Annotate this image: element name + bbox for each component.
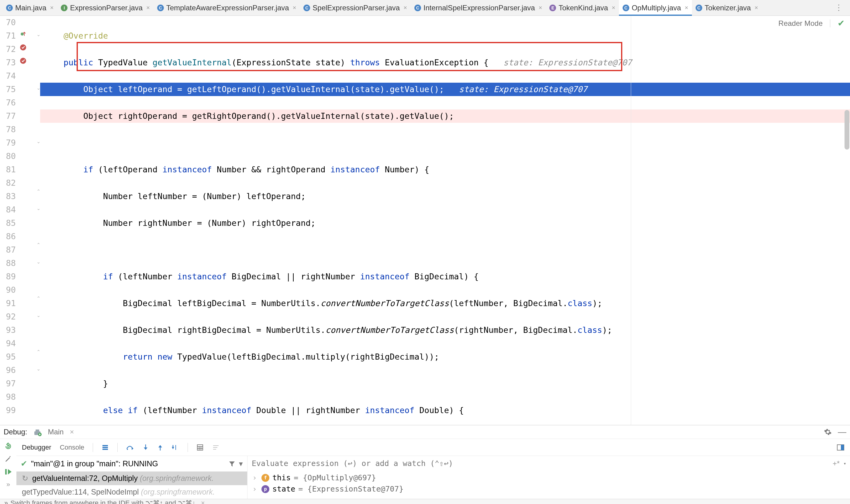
debug-config-name[interactable]: Main bbox=[48, 428, 64, 436]
tab-label: TemplateAwareExpressionParser.java bbox=[166, 4, 289, 12]
variable-row[interactable]: › f this = {OpMultiply@697} bbox=[250, 472, 848, 483]
tab-label: OpMultiply.java bbox=[632, 4, 681, 12]
run-config-icon bbox=[33, 428, 42, 436]
show-frames-icon[interactable] bbox=[102, 444, 109, 451]
tab-tokenkind[interactable]: ETokenKind.java× bbox=[546, 0, 619, 16]
resume-icon[interactable] bbox=[4, 468, 13, 476]
fold-up-icon[interactable]: ⌃ bbox=[36, 349, 40, 353]
tab-opmultiply[interactable]: COpMultiply.java× bbox=[619, 0, 692, 16]
status-bar: » Switch frames from anywhere in the IDE… bbox=[0, 499, 850, 504]
svg-rect-7 bbox=[103, 445, 108, 446]
close-icon[interactable]: × bbox=[403, 4, 407, 11]
debugger-tab[interactable]: Debugger bbox=[22, 444, 51, 451]
fold-up-icon[interactable]: ⌃ bbox=[36, 295, 40, 299]
tab-label: InternalSpelExpressionParser.java bbox=[423, 4, 535, 12]
tab-expressionparser[interactable]: IExpressionParser.java× bbox=[57, 0, 153, 16]
reader-mode-button[interactable]: Reader Mode bbox=[779, 19, 822, 28]
tab-internalspel[interactable]: CInternalSpelExpressionParser.java× bbox=[411, 0, 546, 16]
tab-label: SpelExpressionParser.java bbox=[312, 4, 400, 12]
fold-gutter: ⌄ ⌄ ⌄ ⌃ ⌄ ⌃ ⌄ ⌃ ⌄ ⌃ ⌄ bbox=[36, 16, 40, 425]
next-line: Object rightOperand = getRightOperand().… bbox=[40, 109, 850, 123]
modify-run-icon[interactable] bbox=[4, 455, 13, 463]
fold-down-icon[interactable]: ⌄ bbox=[36, 139, 40, 142]
dropdown-icon[interactable]: ▾ bbox=[239, 459, 243, 468]
restart-frame-icon[interactable]: ↻ bbox=[22, 474, 28, 482]
svg-rect-8 bbox=[103, 447, 108, 448]
tab-label: TokenKind.java bbox=[558, 4, 608, 12]
fold-down-icon[interactable]: ⌄ bbox=[36, 259, 40, 263]
evaluate-input[interactable] bbox=[252, 459, 828, 468]
param-icon: p bbox=[261, 485, 269, 493]
trace-icon[interactable] bbox=[212, 445, 219, 450]
fold-down-icon[interactable]: ⌄ bbox=[36, 85, 40, 89]
debug-toolbar: Debugger Console bbox=[16, 439, 850, 456]
inline-hint: state: ExpressionState@707 bbox=[444, 85, 587, 94]
status-text: Switch frames from anywhere in the IDE w… bbox=[10, 499, 196, 504]
run-to-cursor-icon[interactable] bbox=[172, 444, 179, 451]
frames-panel: ✔ "main"@1 in group "main": RUNNING ▾ ↻ … bbox=[16, 456, 248, 499]
annotation: @Override bbox=[64, 31, 108, 40]
close-icon[interactable]: × bbox=[539, 4, 542, 11]
rerun-icon[interactable] bbox=[4, 442, 13, 450]
step-over-icon[interactable] bbox=[126, 445, 134, 450]
code-area[interactable]: @Override public TypedValue getValueInte… bbox=[40, 16, 850, 425]
tabs-overflow-icon[interactable]: ⋮ bbox=[830, 3, 848, 13]
minimize-icon[interactable]: — bbox=[838, 427, 846, 437]
svg-rect-21 bbox=[841, 445, 844, 450]
tab-templateaware[interactable]: CTemplateAwareExpressionParser.java× bbox=[153, 0, 300, 16]
console-tab[interactable]: Console bbox=[60, 444, 85, 451]
tab-tokenizer[interactable]: CTokenizer.java× bbox=[692, 0, 762, 16]
filter-icon[interactable] bbox=[229, 461, 235, 467]
layout-icon[interactable] bbox=[837, 444, 845, 451]
close-icon[interactable]: × bbox=[146, 4, 150, 11]
close-icon[interactable]: × bbox=[50, 4, 54, 11]
inspections-ok-icon[interactable]: ✔ bbox=[837, 18, 845, 28]
breakpoint-icon[interactable] bbox=[19, 57, 32, 65]
close-icon[interactable]: × bbox=[685, 4, 688, 11]
tab-spelparser[interactable]: CSpelExpressionParser.java× bbox=[300, 0, 411, 16]
evaluate-icon[interactable] bbox=[196, 444, 204, 451]
close-icon[interactable]: × bbox=[612, 4, 615, 11]
step-into-icon[interactable] bbox=[143, 444, 149, 451]
variables-panel: +* ▾ › f this = {OpMultiply@697} › bbox=[248, 456, 850, 499]
chevron-right-icon[interactable]: › bbox=[252, 485, 258, 493]
tab-label: ExpressionParser.java bbox=[70, 4, 143, 12]
editor[interactable]: 7071727374757677787980818283848586878889… bbox=[0, 16, 850, 425]
editor-corner-controls: Reader Mode ✔ bbox=[779, 18, 845, 28]
tab-label: Tokenizer.java bbox=[705, 4, 751, 12]
line-numbers: 7071727374757677787980818283848586878889… bbox=[0, 16, 18, 425]
thread-label[interactable]: "main"@1 in group "main": RUNNING bbox=[31, 459, 158, 468]
fold-up-icon[interactable]: ⌃ bbox=[36, 188, 40, 192]
gear-icon[interactable] bbox=[824, 428, 832, 436]
close-icon[interactable]: × bbox=[201, 499, 205, 504]
close-icon[interactable]: × bbox=[70, 428, 74, 436]
step-out-icon[interactable] bbox=[157, 444, 163, 451]
tab-main[interactable]: CMain.java× bbox=[2, 0, 57, 16]
debug-toolwindow: Debug: Main × — » Debugger Console bbox=[0, 425, 850, 504]
fold-down-icon[interactable]: ⌄ bbox=[36, 312, 40, 316]
editor-tabs: CMain.java× IExpressionParser.java× CTem… bbox=[0, 0, 850, 16]
dropdown-icon[interactable]: ▾ bbox=[844, 462, 846, 466]
fold-up-icon[interactable]: ⌃ bbox=[36, 242, 40, 246]
variable-row[interactable]: › p state = {ExpressionState@707} bbox=[250, 483, 848, 494]
fold-down-icon[interactable]: ⌄ bbox=[36, 366, 40, 370]
execution-line: Object leftOperand = getLeftOperand().ge… bbox=[40, 83, 850, 96]
more-icon[interactable]: » bbox=[4, 499, 8, 504]
vertical-scrollbar[interactable] bbox=[845, 110, 849, 149]
breakpoint-icon[interactable] bbox=[19, 44, 32, 51]
frame-item[interactable]: ↻ getValueInternal:72, OpMultiply (org.s… bbox=[16, 471, 247, 485]
fold-down-icon[interactable]: ⌄ bbox=[36, 205, 40, 209]
override-icon[interactable] bbox=[19, 31, 32, 38]
more-icon[interactable]: » bbox=[4, 480, 13, 489]
field-icon: f bbox=[261, 474, 269, 482]
fold-down-icon[interactable]: ⌄ bbox=[36, 32, 40, 35]
close-icon[interactable]: × bbox=[755, 4, 758, 11]
frame-item[interactable]: getTypedValue:114, SpelNodeImpl (org.spr… bbox=[16, 485, 247, 499]
svg-rect-12 bbox=[197, 445, 203, 450]
gutter-marks bbox=[18, 16, 36, 425]
chevron-right-icon[interactable]: › bbox=[252, 473, 258, 482]
close-icon[interactable]: × bbox=[293, 4, 296, 11]
svg-point-10 bbox=[127, 449, 128, 450]
svg-rect-6 bbox=[5, 469, 7, 474]
add-watch-icon[interactable]: +* bbox=[833, 459, 840, 468]
